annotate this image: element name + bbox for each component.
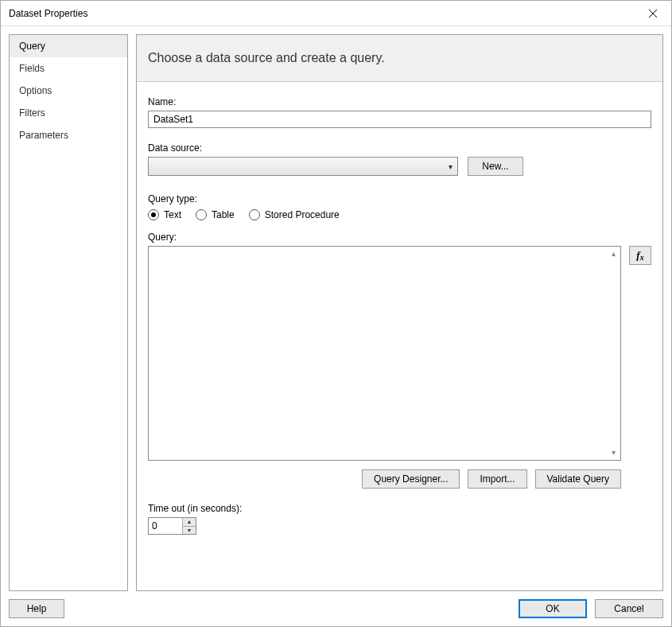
sidebar-item-query[interactable]: Query — [10, 35, 127, 57]
button-label: New... — [482, 161, 508, 172]
button-label: OK — [546, 603, 559, 614]
querytype-label: Query type: — [148, 193, 651, 204]
sidebar-item-label: Filters — [19, 107, 45, 119]
sidebar-item-label: Parameters — [19, 130, 68, 141]
ok-button[interactable]: OK — [519, 599, 587, 618]
spinner-up-button[interactable]: ▲ — [183, 518, 196, 527]
import-button[interactable]: Import... — [468, 469, 526, 489]
triangle-down-icon: ▼ — [187, 528, 192, 533]
radio-label: Table — [212, 209, 235, 220]
chevron-down-icon: ▾ — [449, 162, 453, 171]
sidebar-item-parameters[interactable]: Parameters — [10, 124, 127, 146]
datasource-label: Data source: — [148, 142, 651, 154]
triangle-up-icon: ▲ — [187, 519, 192, 524]
page-heading: Choose a data source and create a query. — [137, 35, 662, 82]
timeout-spinner: ▲ ▼ — [148, 517, 196, 535]
timeout-input[interactable] — [149, 518, 182, 534]
button-label: Query Designer... — [374, 473, 448, 485]
cancel-button[interactable]: Cancel — [595, 599, 663, 618]
new-datasource-button[interactable]: New... — [468, 157, 523, 176]
main-content: Name: Data source: ▾ New... Query type: — [137, 82, 662, 590]
close-button[interactable] — [635, 1, 671, 25]
spinner-down-button[interactable]: ▼ — [183, 527, 196, 535]
datasource-dropdown[interactable]: ▾ — [148, 157, 458, 176]
radio-icon — [249, 209, 260, 220]
query-designer-button[interactable]: Query Designer... — [362, 469, 460, 489]
expression-button[interactable]: fx — [629, 246, 651, 265]
sidebar-item-label: Fields — [19, 63, 45, 74]
querytype-radio-group: Text Table Stored Procedure — [148, 209, 651, 220]
button-label: Cancel — [614, 603, 643, 614]
name-label: Name: — [148, 96, 651, 107]
help-button[interactable]: Help — [9, 599, 64, 618]
timeout-label: Time out (in seconds): — [148, 503, 651, 514]
close-icon — [649, 10, 657, 18]
window-title: Dataset Properties — [9, 8, 635, 19]
sidebar-item-label: Query — [19, 41, 45, 52]
sidebar-item-options[interactable]: Options — [10, 80, 127, 102]
radio-icon — [148, 209, 159, 220]
radio-label: Text — [164, 209, 181, 220]
radio-icon — [196, 209, 207, 220]
radio-stored-procedure[interactable]: Stored Procedure — [249, 209, 340, 220]
query-textarea[interactable] — [148, 246, 621, 461]
sidebar: Query Fields Options Filters Parameters — [9, 34, 128, 591]
dialog-footer: Help OK Cancel — [1, 591, 671, 626]
sidebar-item-fields[interactable]: Fields — [10, 57, 127, 80]
titlebar: Dataset Properties — [1, 1, 671, 26]
button-label: Import... — [480, 473, 515, 485]
main-panel: Choose a data source and create a query.… — [136, 34, 663, 591]
name-input[interactable] — [148, 111, 651, 128]
radio-text[interactable]: Text — [148, 209, 181, 220]
radio-table[interactable]: Table — [196, 209, 235, 220]
button-label: Validate Query — [547, 473, 610, 485]
sidebar-item-filters[interactable]: Filters — [10, 102, 127, 124]
validate-query-button[interactable]: Validate Query — [535, 469, 622, 489]
query-label: Query: — [148, 232, 651, 243]
button-label: Help — [27, 603, 47, 614]
radio-label: Stored Procedure — [265, 209, 340, 220]
fx-icon-sub: x — [640, 253, 644, 262]
dialog-window: Dataset Properties Query Fields Options … — [0, 0, 672, 627]
sidebar-item-label: Options — [19, 85, 52, 96]
dialog-body: Query Fields Options Filters Parameters … — [1, 26, 671, 591]
